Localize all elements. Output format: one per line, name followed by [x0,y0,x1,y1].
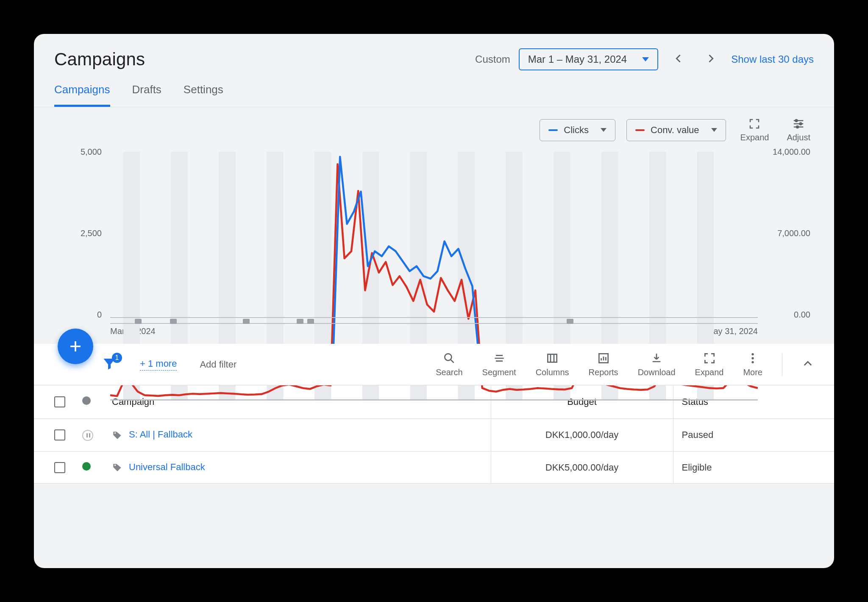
columns-button[interactable]: Columns [536,351,569,377]
campaigns-panel: Campaigns Custom Mar 1 – May 31, 2024 Sh… [34,34,834,568]
add-filter-button[interactable]: Add filter [200,359,236,370]
svg-point-21 [752,357,754,359]
row-checkbox[interactable] [54,462,65,473]
metric2-color-swatch [635,129,645,131]
metric1-label: Clicks [564,125,589,136]
status-dot-header-icon [82,396,91,405]
reports-button[interactable]: Reports [589,351,618,377]
filter-count-badge: 1 [112,353,122,363]
campaign-name-link[interactable]: Universal Fallback [129,462,205,472]
status-cell: Paused [673,419,834,452]
status-green-icon [82,462,91,471]
chevron-down-icon [601,128,606,132]
row-checkbox[interactable] [54,429,65,440]
y-axis-right-tick: 0.00 [794,310,810,320]
tag-icon [112,462,123,473]
collapse-toolbar-button[interactable] [802,358,814,371]
tag-icon [112,430,123,441]
table-row[interactable]: S: All | FallbackDKK1,000.00/dayPaused [34,419,834,452]
status-pause-icon [82,430,93,441]
svg-point-23 [114,432,116,433]
status-cell: Eligible [673,452,834,484]
metric2-selector[interactable]: Conv. value [626,119,726,141]
metric1-color-swatch [548,129,558,131]
more-filters-link[interactable]: + 1 more [140,358,177,371]
budget-cell: DKK5,000.00/day [491,452,673,484]
select-all-checkbox[interactable] [54,396,65,407]
y-axis-right-tick: 14,000.00 [773,147,810,157]
chevron-down-icon [642,57,649,61]
chart-adjust-button[interactable]: Adjust [783,117,814,142]
svg-point-2 [796,126,798,128]
metric2-label: Conv. value [651,125,699,136]
date-range-value: Mar 1 – May 31, 2024 [528,53,627,65]
date-next-button[interactable] [699,48,723,70]
separator [782,354,782,376]
show-last-30-link[interactable]: Show last 30 days [731,53,814,65]
tab-campaigns[interactable]: Campaigns [54,83,110,107]
download-button[interactable]: Download [638,351,676,377]
table-row[interactable]: Universal FallbackDKK5,000.00/dayEligibl… [34,452,834,484]
add-campaign-button[interactable] [58,329,93,364]
date-prev-button[interactable] [667,48,690,70]
chart-expand-button[interactable]: Expand [737,117,773,142]
table-expand-button[interactable]: Expand [695,351,724,377]
y-axis-left-tick: 5,000 [64,147,102,157]
metric1-selector[interactable]: Clicks [540,119,615,141]
svg-point-22 [752,361,754,363]
y-axis-right-tick: 7,000.00 [777,229,810,238]
segment-button[interactable]: Segment [482,351,516,377]
chart: 5,0002,500014,000.007,000.000.00 Mar 1, … [34,147,834,344]
more-menu-button[interactable]: More [743,351,762,377]
svg-point-0 [796,120,798,122]
filter-icon[interactable]: 1 [102,356,117,373]
tab-drafts[interactable]: Drafts [132,83,161,107]
chart-expand-label: Expand [740,133,769,142]
chart-adjust-label: Adjust [787,133,810,142]
svg-point-17 [445,354,451,360]
tabs: CampaignsDraftsSettings [34,74,834,107]
table-toolbar: 1 + 1 more Add filter Search Segment Col… [34,344,834,385]
date-range-picker[interactable]: Mar 1 – May 31, 2024 [519,48,658,70]
search-button[interactable]: Search [436,351,462,377]
chevron-down-icon [711,128,717,132]
chart-toolbar: Clicks Conv. value Expand Adjust [34,107,834,147]
y-axis-left-tick: 2,500 [64,229,102,238]
svg-rect-18 [548,354,556,362]
svg-point-20 [752,353,754,355]
page-title: Campaigns [54,49,145,70]
y-axis-left-tick: 0 [64,310,102,320]
campaign-name-link[interactable]: S: All | Fallback [129,429,192,440]
budget-cell: DKK1,000.00/day [491,419,673,452]
tab-settings[interactable]: Settings [184,83,223,107]
date-mode-label: Custom [475,53,510,65]
svg-point-24 [114,465,116,466]
chart-timeline[interactable] [110,317,758,324]
header: Campaigns Custom Mar 1 – May 31, 2024 Sh… [34,34,834,74]
svg-point-1 [800,123,802,125]
